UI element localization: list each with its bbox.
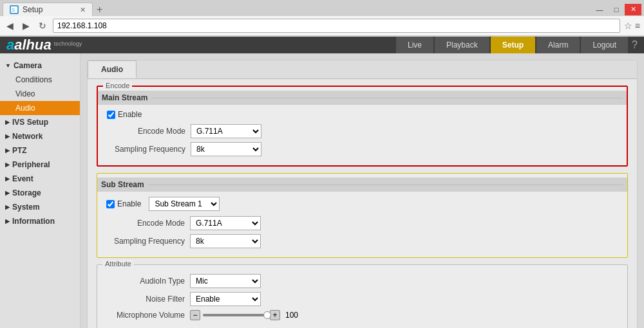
main-stream-enable-label: Enable [118, 110, 142, 119]
noise-filter-label: Noise Filter [106, 295, 190, 304]
app-container: aalhua technology Live Playback Setup Al… [0, 37, 644, 320]
nav-tab-playback[interactable]: Playback [435, 37, 489, 53]
tab-audio[interactable]: Audio [88, 60, 137, 78]
app-header: aalhua technology Live Playback Setup Al… [0, 37, 644, 53]
sidebar-item-ivs-setup[interactable]: ▶ IVS Setup [0, 115, 80, 129]
sidebar-item-audio[interactable]: Audio [0, 101, 80, 115]
attribute-section: Attribute AudioIn Type Mic LineIn [97, 264, 628, 328]
slider-thumb[interactable] [263, 311, 271, 319]
logo-sub: technology [54, 41, 82, 47]
sidebar-item-conditions[interactable]: Conditions [0, 73, 80, 87]
mic-volume-value: 100 [285, 311, 298, 320]
nav-tab-live[interactable]: Live [396, 37, 433, 53]
tab-close-button[interactable]: ✕ [80, 6, 86, 14]
slider-container: − + 100 [190, 310, 298, 320]
chevron-right-icon-network: ▶ [5, 133, 10, 140]
sidebar-item-peripheral[interactable]: ▶ Peripheral [0, 158, 80, 172]
chevron-right-icon-information: ▶ [5, 218, 10, 224]
app-body: ▼ Camera Conditions Video Audio ▶ IVS Se… [0, 53, 644, 328]
slider-track[interactable] [203, 314, 267, 316]
sub-stream-select[interactable]: Sub Stream 1 Sub Stream 2 [149, 197, 220, 211]
nav-tab-setup[interactable]: Setup [491, 37, 535, 53]
star-icon[interactable]: ☆ [624, 21, 632, 31]
back-button[interactable]: ◀ [4, 19, 16, 32]
audioin-type-label: AudioIn Type [106, 277, 190, 286]
main-stream-enable-checkbox[interactable] [107, 111, 115, 119]
noise-filter-control: Enable Disable [190, 292, 261, 306]
sub-stream-enable-row: Enable Sub Stream 1 Sub Stream 2 [106, 197, 618, 211]
sub-encode-mode-row: Encode Mode G.711A G.711U G.726 AAC [106, 216, 618, 230]
sub-sampling-freq-select[interactable]: 8k 16k 32k [190, 234, 261, 248]
sidebar-item-camera[interactable]: ▼ Camera [0, 59, 80, 73]
menu-icon[interactable]: ≡ [635, 21, 640, 31]
content-panel: Audio Encode Main Stream [87, 60, 638, 328]
encode-legend: Encode [103, 82, 132, 89]
new-tab-button[interactable]: + [93, 4, 106, 15]
chevron-right-icon: ▶ [5, 119, 10, 125]
noise-filter-select[interactable]: Enable Disable [190, 292, 261, 306]
main-stream-enable-row: Enable [107, 110, 618, 119]
main-encode-mode-select[interactable]: G.711A G.711U G.726 AAC [191, 124, 261, 138]
mic-volume-row: Microphone Volume − + 100 [106, 310, 618, 320]
sidebar-item-storage[interactable]: ▶ Storage [0, 186, 80, 200]
sub-stream-header: Sub Stream [97, 178, 627, 192]
slider-fill [203, 314, 267, 316]
sub-sampling-freq-label: Sampling Frequency [106, 237, 190, 246]
tab-bar: S Setup ✕ + — □ ✕ [0, 0, 644, 16]
slider-minus-button[interactable]: − [190, 310, 200, 320]
sub-encode-mode-select[interactable]: G.711A G.711U G.726 AAC [190, 216, 261, 230]
close-button[interactable]: ✕ [625, 4, 641, 15]
main-stream-label: Main Stream [102, 93, 147, 102]
main-content: Audio Encode Main Stream [80, 53, 644, 328]
main-stream-header: Main Stream [98, 91, 627, 105]
noise-filter-row: Noise Filter Enable Disable [106, 292, 618, 306]
svg-text:S: S [12, 7, 15, 13]
slider-plus-button[interactable]: + [270, 310, 280, 320]
chevron-right-icon-event: ▶ [5, 176, 10, 182]
sub-encode-mode-label: Encode Mode [106, 219, 190, 228]
sub-stream-header-bar [148, 185, 623, 185]
sidebar-item-video[interactable]: Video [0, 87, 80, 101]
mic-volume-label: Microphone Volume [106, 311, 190, 320]
chevron-down-icon: ▼ [5, 62, 11, 69]
sidebar-item-information[interactable]: ▶ Information [0, 214, 80, 228]
chevron-right-icon-storage: ▶ [5, 190, 10, 196]
sidebar-item-event[interactable]: ▶ Event [0, 172, 80, 186]
main-sampling-freq-control: 8k 16k 32k [191, 142, 261, 156]
tab-favicon: S [10, 5, 19, 14]
window-controls: — □ ✕ [591, 4, 644, 15]
sub-sampling-freq-row: Sampling Frequency 8k 16k 32k [106, 234, 618, 248]
stream-header-bar [151, 98, 623, 98]
sidebar-item-system[interactable]: ▶ System [0, 200, 80, 214]
main-sampling-freq-select[interactable]: 8k 16k 32k [191, 142, 261, 156]
logo-text: alhua [14, 37, 51, 53]
nav-tab-alarm[interactable]: Alarm [536, 37, 580, 53]
forward-button[interactable]: ▶ [20, 19, 32, 32]
sidebar-item-network[interactable]: ▶ Network [0, 129, 80, 143]
sub-stream-enable-label: Enable [117, 199, 141, 208]
main-encode-mode-label: Encode Mode [107, 127, 191, 136]
help-icon[interactable]: ? [632, 39, 638, 51]
tab-title: Setup [23, 5, 43, 14]
nav-tabs: Live Playback Setup Alarm Logout [396, 37, 628, 53]
sidebar: ▼ Camera Conditions Video Audio ▶ IVS Se… [0, 53, 80, 328]
attribute-legend: Attribute [102, 260, 134, 268]
sub-stream-section: Sub Stream Enable Sub Stream 1 Sub Strea… [97, 173, 628, 258]
audioin-type-select[interactable]: Mic LineIn [190, 274, 261, 288]
encode-section: Encode Main Stream Enable [97, 86, 628, 167]
sidebar-item-ptz[interactable]: ▶ PTZ [0, 143, 80, 158]
sub-sampling-freq-control: 8k 16k 32k [190, 234, 261, 248]
minimize-button[interactable]: — [591, 4, 608, 15]
main-sampling-freq-label: Sampling Frequency [107, 145, 191, 154]
maximize-button[interactable]: □ [608, 4, 625, 15]
url-input[interactable] [53, 19, 620, 33]
sub-encode-mode-control: G.711A G.711U G.726 AAC [190, 216, 261, 230]
chevron-right-icon-peripheral: ▶ [5, 161, 10, 168]
sub-stream-enable-checkbox[interactable] [106, 200, 115, 208]
toolbar-icons: ☆ ≡ [624, 21, 640, 31]
refresh-button[interactable]: ↻ [36, 19, 49, 32]
mic-volume-control: − + 100 [190, 310, 298, 320]
sub-stream-label: Sub Stream [101, 180, 144, 189]
browser-tab[interactable]: S Setup ✕ [3, 3, 93, 16]
nav-tab-logout[interactable]: Logout [581, 37, 628, 53]
